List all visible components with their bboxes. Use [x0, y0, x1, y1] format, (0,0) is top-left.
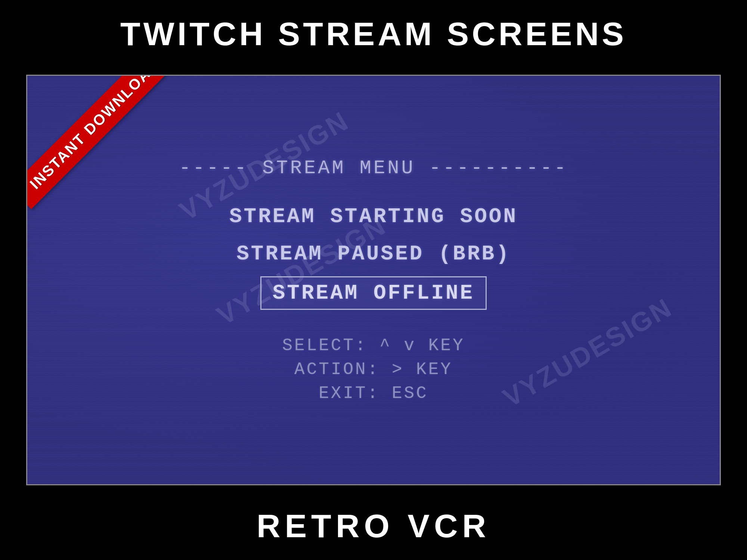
- ribbon-container: INSTANT DOWNLOAD: [27, 76, 184, 233]
- instant-download-ribbon: INSTANT DOWNLOAD: [27, 76, 179, 209]
- menu-item-starting-soon[interactable]: STREAM STARTING SOON: [222, 202, 525, 231]
- menu-items-list: STREAM STARTING SOON STREAM PAUSED (BRB)…: [222, 202, 525, 310]
- vcr-screen: VYZUDESIGN VYZUDESIGN VYZUDESIGN INSTANT…: [26, 75, 721, 485]
- control-action: ACTION: > KEY: [294, 360, 453, 379]
- controls-section: SELECT: ^ v KEY ACTION: > KEY EXIT: ESC: [282, 336, 465, 403]
- control-exit: EXIT: ESC: [319, 384, 428, 403]
- menu-item-paused[interactable]: STREAM PAUSED (BRB): [229, 239, 518, 269]
- footer-title: RETRO VCR: [0, 496, 747, 560]
- menu-item-offline[interactable]: STREAM OFFLINE: [260, 276, 487, 310]
- page-title: TWITCH STREAM SCREENS: [0, 0, 747, 64]
- menu-title: ----- STREAM MENU ----------: [179, 157, 568, 179]
- control-select: SELECT: ^ v KEY: [282, 336, 465, 355]
